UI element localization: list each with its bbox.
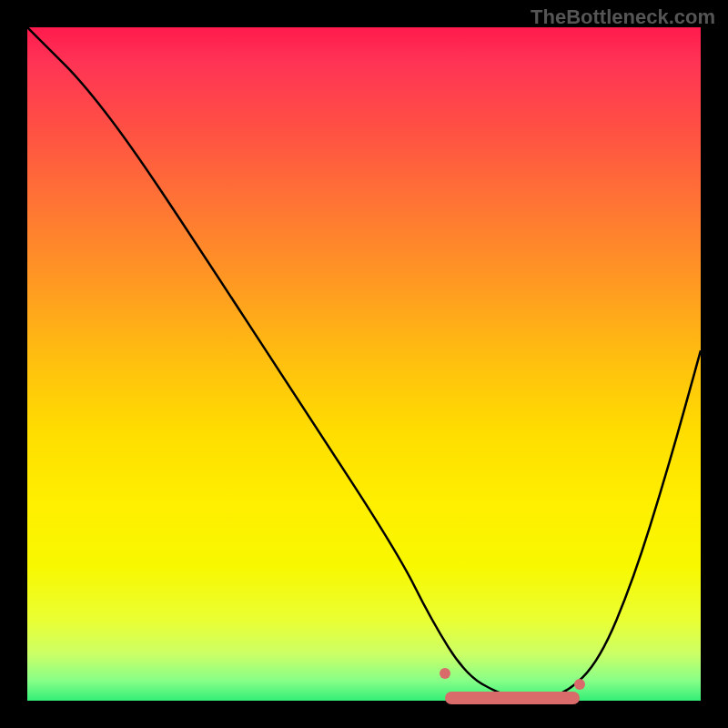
bottleneck-curve [27,27,701,701]
optimal-range-highlight [445,692,580,704]
chart-gradient-background [27,27,701,701]
optimal-range-end-dot [574,679,585,690]
watermark-text: TheBottleneck.com [531,5,715,29]
